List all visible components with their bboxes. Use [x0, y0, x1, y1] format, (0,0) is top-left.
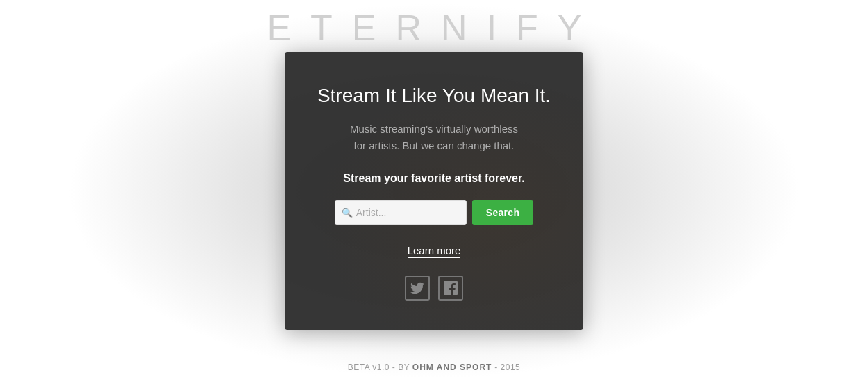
- facebook-icon-button[interactable]: [438, 276, 463, 301]
- subtext: Music streaming's virtually worthless fo…: [350, 121, 518, 154]
- social-icons-row: [405, 276, 463, 301]
- search-button[interactable]: Search: [472, 200, 534, 225]
- main-card: Stream It Like You Mean It. Music stream…: [285, 52, 583, 330]
- headline: Stream It Like You Mean It.: [317, 83, 551, 108]
- search-icon: 🔍: [342, 208, 353, 218]
- learn-more-link[interactable]: Learn more: [408, 244, 461, 258]
- search-input[interactable]: [335, 200, 467, 225]
- footer-prefix: BETA v1.0 - BY: [348, 363, 412, 372]
- footer: BETA v1.0 - BY OHM AND SPORT - 2015: [0, 363, 868, 372]
- search-input-wrapper: 🔍: [335, 200, 467, 225]
- site-title-background: ETERNIFY: [0, 7, 868, 49]
- footer-company: OHM AND SPORT: [412, 363, 492, 372]
- twitter-icon-button[interactable]: [405, 276, 430, 301]
- search-row: 🔍 Search: [312, 200, 556, 225]
- stream-cta: Stream your favorite artist forever.: [343, 172, 524, 185]
- footer-suffix: - 2015: [492, 363, 520, 372]
